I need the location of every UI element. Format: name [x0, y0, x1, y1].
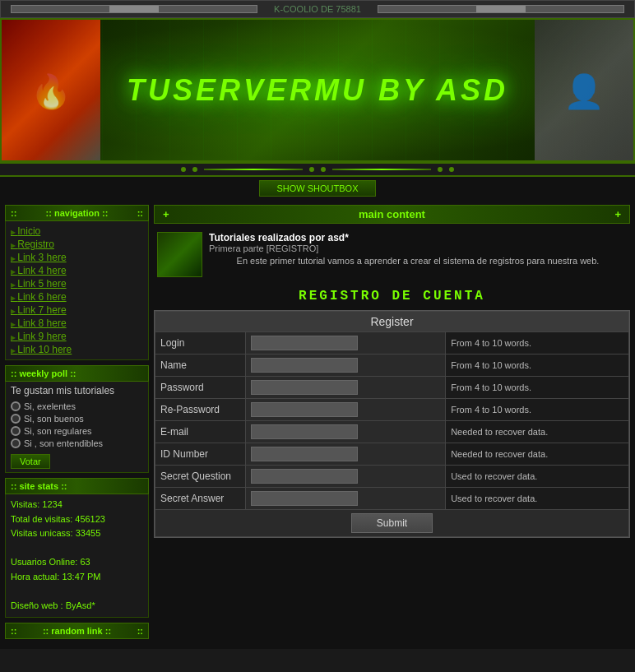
navigation-section: :: :: navigation :: :: Inicio Registro L…	[5, 205, 149, 360]
poll-radio-4[interactable]	[11, 438, 21, 448]
nav-link-7[interactable]: Link 7 here	[11, 304, 143, 317]
tutorial-description: En este primer tutorial vamos a aprender…	[209, 256, 627, 266]
nav-link-10[interactable]: Link 10 here	[11, 343, 143, 356]
nav-link-6[interactable]: Link 6 here	[11, 290, 143, 304]
table-row: Re-Password From 4 to 10 words.	[155, 399, 629, 421]
idnumber-input[interactable]	[251, 447, 358, 461]
tutorial-thumbnail	[157, 232, 202, 277]
poll-body: Te gustan mis tutoriales Si, exelentes S…	[5, 382, 149, 473]
name-label: Name	[155, 355, 246, 377]
tutorial-title: Tutoriales realizados por asd*	[209, 232, 627, 243]
repassword-input[interactable]	[251, 402, 358, 417]
idnumber-label: ID Number	[155, 443, 246, 466]
diseno-value: ByAsd*	[66, 600, 95, 610]
deco-line-right	[332, 169, 431, 170]
submit-button[interactable]: Submit	[351, 513, 433, 533]
tutorial-subtitle: Primera parte [REGISTRO]	[209, 243, 627, 253]
secret-question-input[interactable]	[251, 469, 358, 484]
nav-label: :: navigation ::	[46, 208, 109, 218]
main-header-label: main content	[359, 208, 425, 220]
password-hint: From 4 to 10 words.	[446, 377, 629, 399]
login-label: Login	[155, 332, 246, 355]
stats-header: :: site stats ::	[5, 478, 149, 494]
table-row: ID Number Needed to recover data.	[155, 443, 629, 466]
table-row: Secret Question Used to recover data.	[155, 466, 629, 488]
banner-title: TUSERVERMU BY ASD	[127, 73, 508, 108]
nav-link-inicio[interactable]: Inicio	[11, 225, 143, 238]
nav-link-4[interactable]: Link 4 here	[11, 264, 143, 277]
table-header-cell: Register	[155, 312, 629, 332]
unicas-label: Visitas unicass:	[11, 528, 73, 538]
idnumber-input-cell	[246, 443, 446, 466]
secret-question-input-cell	[246, 466, 446, 488]
deco-dot-3	[309, 167, 314, 172]
nav-link-3[interactable]: Link 3 here	[11, 251, 143, 264]
password-input[interactable]	[251, 380, 358, 395]
shoutbox-button[interactable]: SHOW SHOUTBOX	[259, 180, 375, 197]
top-scrollbar-right[interactable]	[378, 5, 624, 13]
tutorial-info: Tutoriales realizados por asd* Primera p…	[209, 232, 627, 277]
name-input[interactable]	[251, 358, 358, 373]
poll-option-4: Si , son entendibles	[11, 438, 143, 448]
main-header-symbol-left: +	[163, 208, 169, 220]
secret-answer-label: Secret Answer	[155, 488, 246, 510]
main-content-header: + main content +	[154, 205, 630, 224]
poll-radio-2[interactable]	[11, 414, 21, 424]
stats-label: :: site stats ::	[11, 481, 67, 491]
poll-radio-3[interactable]	[11, 426, 21, 436]
random-link-section: :: :: random link :: ::	[5, 623, 149, 639]
visitas-row: Visitas: 1234	[11, 498, 143, 512]
secret-answer-input[interactable]	[251, 491, 358, 506]
secret-question-hint: Used to recover data.	[446, 466, 629, 488]
repassword-hint: From 4 to 10 words.	[446, 399, 629, 421]
register-table: Register Login From 4 to 10 words. Name	[155, 311, 629, 537]
table-row: Password From 4 to 10 words.	[155, 377, 629, 399]
random-link-symbol-right: ::	[137, 626, 143, 636]
email-label: E-mail	[155, 421, 246, 443]
random-link-symbol-left: ::	[11, 626, 16, 636]
top-scrollbar[interactable]	[11, 5, 257, 13]
diseno-label: Diseño web :	[11, 600, 63, 610]
online-row: Usuarios Online: 63	[11, 555, 143, 570]
table-row: Secret Answer Used to recover data.	[155, 488, 629, 510]
nav-link-registro[interactable]: Registro	[11, 238, 143, 251]
hora-row: Hora actual: 13:47 PM	[11, 570, 143, 585]
tutorial-block: Tutoriales realizados por asd* Primera p…	[154, 229, 630, 280]
deco-dot-2	[192, 167, 197, 172]
poll-option-3: Si, son regulares	[11, 426, 143, 436]
hora-label: Hora actual:	[11, 572, 59, 582]
sidebar: :: :: navigation :: :: Inicio Registro L…	[5, 205, 149, 644]
random-link-button[interactable]: :: :: random link :: ::	[5, 623, 149, 639]
table-header-row: Register	[155, 312, 629, 332]
nav-link-8[interactable]: Link 8 here	[11, 317, 143, 330]
login-input-cell	[246, 332, 446, 355]
nav-link-5[interactable]: Link 5 here	[11, 277, 143, 290]
stats-body: Visitas: 1234 Total de visitas: 456123 V…	[5, 494, 149, 618]
main-content: + main content + Tutoriales realizados p…	[154, 205, 630, 644]
top-bar-text: K-COOLIO DE 75881	[274, 4, 361, 14]
poll-header: :: weekly poll ::	[5, 365, 149, 382]
vote-button[interactable]: Votar	[11, 454, 50, 469]
top-bar: K-COOLIO DE 75881	[0, 0, 635, 18]
poll-radio-1[interactable]	[11, 401, 21, 411]
deco-dot-6	[449, 167, 454, 172]
poll-option-label-1: Si, exelentes	[24, 401, 76, 411]
secret-answer-hint: Used to recover data.	[446, 488, 629, 510]
poll-section: :: weekly poll :: Te gustan mis tutorial…	[5, 365, 149, 473]
table-row: Name From 4 to 10 words.	[155, 355, 629, 377]
login-input[interactable]	[251, 336, 358, 350]
password-input-cell	[246, 377, 446, 399]
email-input-cell	[246, 421, 446, 443]
email-input[interactable]	[251, 424, 358, 439]
nav-link-9[interactable]: Link 9 here	[11, 330, 143, 343]
poll-option-label-2: Si, son buenos	[24, 414, 84, 424]
poll-option-label-4: Si , son entendibles	[24, 438, 103, 448]
submit-cell: Submit	[155, 510, 629, 537]
login-hint: From 4 to 10 words.	[446, 332, 629, 355]
total-label: Total de visitas:	[11, 514, 72, 524]
nav-symbol-left: ::	[11, 208, 16, 218]
repassword-label: Re-Password	[155, 399, 246, 421]
name-hint: From 4 to 10 words.	[446, 355, 629, 377]
random-link-label: :: random link ::	[43, 626, 111, 636]
password-label: Password	[155, 377, 246, 399]
